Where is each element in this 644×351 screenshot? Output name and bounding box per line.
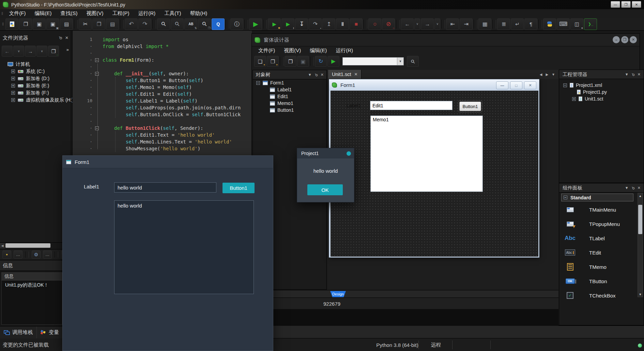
file-tree-item[interactable]: +新加卷 (D:) [0,75,71,82]
menu-item-4[interactable]: 工程(P) [108,10,134,17]
open-form-button[interactable]: ❐ [285,56,296,67]
fold-marker-icon[interactable]: − [95,72,99,76]
layouts-button[interactable]: ◫▾ [570,18,583,30]
memo1-input[interactable]: hello world [114,200,254,294]
file-tree-item[interactable]: +虚拟机镜像及娱乐 (H:) [0,96,71,104]
restore-icon[interactable]: ❐ [621,36,628,43]
step-over-button[interactable]: ↷• [309,18,322,30]
copy-form-button[interactable]: ❐✦ [267,56,279,67]
toggle-breakpoint-button[interactable]: ○ [368,18,381,30]
python-console-button[interactable]: ❯_ [584,18,597,30]
dock-files-button[interactable]: ▪ [2,250,11,259]
file-tree-item[interactable]: +新加卷 (F:) [0,89,71,96]
running-form1-titlebar[interactable]: Form1 [63,156,273,168]
project-tree-item[interactable]: Project1.py [559,89,644,95]
horizontal-scrollbar[interactable]: ◀ [0,242,64,249]
nav-back-list-button[interactable]: ∨ [414,18,420,30]
dropdown-icon[interactable]: ▼ [625,72,629,77]
cut-button[interactable]: ✂ [79,18,92,30]
edit1-input[interactable]: hello world [114,182,216,193]
scrollbar-thumb[interactable] [5,243,50,248]
find-next-button[interactable]: ⚲ [171,18,184,30]
nav-back-button[interactable]: ← [401,18,414,30]
menu-item-6[interactable]: 工具(T) [160,10,185,17]
undo-button[interactable]: ↶ [125,18,138,30]
close-icon[interactable]: ✕ [638,186,641,190]
tab-close-icon[interactable]: ✕ [354,72,357,77]
scroll-up-icon[interactable]: ▲ [638,193,643,198]
nav-forward-menu-button[interactable]: ∨ [36,46,47,57]
palette-item-tlabel[interactable]: AbcTLabel [559,231,637,245]
scroll-left-icon[interactable]: ◀ [0,243,5,248]
paste-button[interactable]: ▤ [106,18,119,30]
object-tree-item[interactable]: Button1 [253,107,326,113]
pin-icon[interactable]: ⚲ [59,35,62,40]
find-button[interactable]: ⚲ [157,18,170,30]
step-into-button[interactable]: ▶I [281,18,294,30]
tab-list-icon[interactable]: ▼ [552,73,555,76]
unindent-button[interactable]: ⇤ [446,18,459,30]
nav-forward-button[interactable]: → [25,46,36,57]
component-search-button[interactable]: ⚲ [407,56,419,67]
fold-marker-icon[interactable]: − [95,126,99,130]
minimize-button[interactable]: — [611,1,620,8]
toggle-grid-button[interactable]: ▦ [478,18,491,30]
menu-item-0[interactable]: 文件(F) [4,10,30,17]
file-tree-item[interactable]: 计算机 [0,61,71,68]
ok-button[interactable]: OK [307,184,343,195]
new-form-button[interactable]: ❏✦ [254,56,266,67]
object-tree-item[interactable]: Label1 [253,86,326,93]
palette-item-tedit[interactable]: AbcITEdit [559,245,637,260]
dock-settings-button[interactable]: ⚙ [32,250,41,259]
design-form-client[interactable]: Label1 Edit1 Button1 Memo1 [331,91,538,257]
info-message[interactable]: Unit1.py的语法OK！ [2,280,62,288]
scroll-tabs-left-icon[interactable]: ◀ [540,73,542,76]
menu-item-1[interactable]: 编辑(E) [30,10,56,17]
print-button[interactable]: ▤ [60,18,73,30]
file-tree-item[interactable]: +系统 (C:) [0,68,71,75]
search-highlight-button[interactable]: Q [212,18,225,30]
menu-item-3[interactable]: 视图(V) [82,10,108,17]
project-tree-item[interactable]: +Unit1.sct [559,95,644,102]
run-button[interactable]: ▶ [249,18,262,30]
info-button[interactable]: ⓘ [230,18,243,30]
tab-unit1-sct[interactable]: Unit1.sct ✕ [328,70,362,79]
close-icon[interactable]: ✕ [65,35,68,40]
component-combo[interactable]: ▼ [342,57,404,65]
design-label1[interactable]: Label1 [347,103,361,108]
object-tree-root[interactable]: −Form1 [253,79,326,86]
new-file-button[interactable] [5,18,18,30]
palette-scrollbar[interactable]: ▲ ▼ [638,193,643,297]
palette-item-tmemo[interactable]: TMemo [559,260,637,274]
redo-button[interactable]: ↷ [138,18,151,30]
menu-item-2[interactable]: 查找(S) [56,10,82,17]
designer-menu-item-1[interactable]: 视图(V) [279,47,305,55]
dropdown-icon[interactable]: ▼ [625,186,629,190]
nav-forward-list-button[interactable]: ∨ [434,18,440,30]
copy-button[interactable]: ❐ [92,18,105,30]
find-in-files-button[interactable]: ⚲❐ [198,18,211,30]
show-formatting-button[interactable]: ¶ [524,18,537,30]
nav-back-button[interactable]: ← [2,46,13,57]
designer-menu-item-3[interactable]: 运行(R) [331,47,357,55]
expand-icon[interactable]: − [563,83,567,87]
minimize-icon[interactable]: — [496,81,508,89]
palette-item-tpopupmenu[interactable]: ➤TPopupMenu [559,217,637,231]
clear-breakpoints-button[interactable]: ⊘○ [382,18,395,30]
fold-marker-icon[interactable]: − [95,58,99,62]
expand-icon[interactable]: + [11,70,15,73]
designer-menu-item-2[interactable]: 编辑(E) [305,47,331,55]
open-folder-button[interactable]: ❐→ [48,46,59,57]
replace-button[interactable]: AB⇅ [184,18,197,30]
menu-item-5[interactable]: 运行(R) [134,10,160,17]
nav-back-menu-button[interactable]: ∨ [13,46,24,57]
dropdown-icon[interactable]: ▼ [308,73,312,77]
palette-item-tcheckbox[interactable]: ✓TCheckBox [559,288,637,303]
design-edit1-input[interactable]: Edit1 [370,101,453,110]
scroll-down-icon[interactable]: ▼ [638,292,643,297]
close-icon[interactable]: ✕ [321,73,324,77]
expand-icon[interactable]: + [11,91,15,95]
maximize-button[interactable]: ❐ [621,1,631,8]
palette-item-tmainmenu[interactable]: TMainMenu [559,202,637,217]
shortcuts-button[interactable]: ⌨ [557,18,570,30]
